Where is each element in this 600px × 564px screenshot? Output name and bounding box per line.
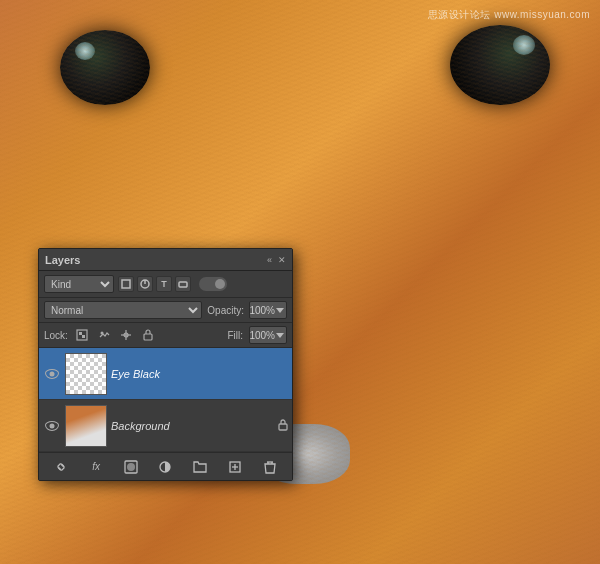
new-layer-button[interactable]: [226, 458, 244, 476]
new-group-button[interactable]: [191, 458, 209, 476]
layer-item[interactable]: Background: [39, 400, 292, 452]
svg-rect-11: [144, 334, 152, 340]
svg-marker-12: [276, 333, 284, 338]
collapse-button[interactable]: «: [267, 255, 272, 265]
opacity-label: Opacity:: [207, 305, 244, 316]
lock-label: Lock:: [44, 330, 68, 341]
svg-marker-3: [276, 308, 284, 313]
layer-lock-icon: [278, 419, 288, 433]
svg-point-7: [100, 332, 103, 335]
layer-item[interactable]: Eye Black: [39, 348, 292, 400]
lock-pixels-button[interactable]: [74, 327, 90, 343]
svg-point-15: [127, 463, 135, 471]
visibility-eye-icon: [45, 421, 59, 431]
blend-mode-select[interactable]: Normal: [44, 301, 202, 319]
kind-select[interactable]: Kind: [44, 275, 114, 293]
panel-toolbar: fx: [39, 452, 292, 480]
lock-image-button[interactable]: [96, 327, 112, 343]
layer-name-background: Background: [111, 420, 274, 432]
lock-all-button[interactable]: [140, 327, 156, 343]
panel-titlebar: Layers « ✕: [39, 249, 292, 271]
opacity-value[interactable]: 100%: [249, 301, 287, 319]
visibility-eye-icon: [45, 369, 59, 379]
filter-pixel-icon[interactable]: [118, 276, 134, 292]
layer-visibility-eye-black[interactable]: [43, 365, 61, 383]
lock-row: Lock: Fill: 100%: [39, 323, 292, 348]
svg-rect-13: [279, 424, 287, 430]
svg-rect-0: [122, 280, 130, 288]
layer-thumbnail-eye-black: [65, 353, 107, 395]
svg-rect-5: [79, 332, 82, 335]
filter-toggle[interactable]: [199, 277, 227, 291]
delete-layer-button[interactable]: [261, 458, 279, 476]
filter-row: Kind T: [39, 271, 292, 298]
link-layers-button[interactable]: [52, 458, 70, 476]
layer-thumbnail-background: [65, 405, 107, 447]
svg-rect-6: [82, 335, 85, 338]
layer-name-eye-black: Eye Black: [111, 368, 288, 380]
fill-value[interactable]: 100%: [249, 326, 287, 344]
titlebar-controls: « ✕: [267, 255, 286, 265]
filter-icons: T: [118, 276, 191, 292]
fx-button[interactable]: fx: [87, 458, 105, 476]
watermark: 思源设计论坛 www.missyuan.com: [428, 8, 590, 22]
filter-adjustment-icon[interactable]: [137, 276, 153, 292]
add-mask-button[interactable]: [122, 458, 140, 476]
close-button[interactable]: ✕: [278, 255, 286, 265]
layers-panel: Layers « ✕ Kind T Normal: [38, 248, 293, 481]
svg-rect-2: [179, 282, 187, 287]
fill-label: Fill:: [227, 330, 243, 341]
panel-title: Layers: [45, 254, 80, 266]
filter-type-icon[interactable]: T: [156, 276, 172, 292]
layers-list: Eye Black Background: [39, 348, 292, 452]
blend-row: Normal Opacity: 100%: [39, 298, 292, 323]
filter-shape-icon[interactable]: [175, 276, 191, 292]
adjustment-button[interactable]: [156, 458, 174, 476]
layer-visibility-background[interactable]: [43, 417, 61, 435]
lock-position-button[interactable]: [118, 327, 134, 343]
